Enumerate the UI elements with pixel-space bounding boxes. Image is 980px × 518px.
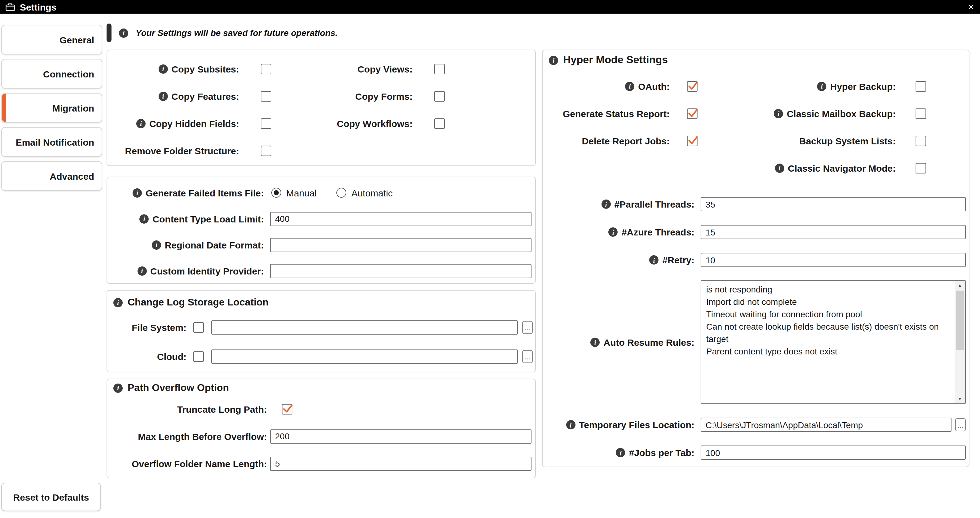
cloud-browse-button[interactable]: ... [522,350,533,363]
checkbox-copy-workflows[interactable] [434,118,445,129]
tab-email-notification[interactable]: Email Notification [1,127,102,157]
copy-workflows-label: Copy Workflows: [272,110,412,137]
checkbox-copy-hidden-fields[interactable] [261,118,271,129]
checkbox-copy-views[interactable] [434,64,445,74]
custom-identity-provider-input[interactable] [270,264,531,278]
info-icon[interactable]: i [152,240,161,249]
label-text: Classic Navigator Mode: [788,163,896,173]
info-icon[interactable]: i [137,266,146,276]
reset-defaults-button[interactable]: Reset to Defaults [1,483,101,511]
jobs-per-tab-input[interactable] [701,446,966,460]
retry-input[interactable] [701,253,966,267]
cloud-path-input[interactable] [211,349,518,364]
truncate-long-path-label: Truncate Long Path: [107,404,267,414]
retry-label: i #Retry: [542,255,694,265]
copy-features-label: i Copy Features: [107,83,239,110]
label-text: File System: [132,322,186,333]
group-title-text: Hyper Mode Settings [563,54,668,66]
info-icon[interactable]: i [132,188,142,198]
overflow-folder-name-length-input[interactable] [270,456,531,470]
checkbox-backup-system-lists[interactable] [916,135,926,146]
content-type-load-limit-input[interactable] [270,212,531,226]
checkbox-copy-forms[interactable] [434,91,445,101]
checkbox-hyper-backup[interactable] [916,81,926,91]
sidebar: General Connection Migration Email Notif… [1,25,102,191]
failed-items-mode-radios: Manual Automatic [271,187,393,198]
label-text: #Parallel Threads: [614,199,694,209]
hyper-mode-group: i Hyper Mode Settings i OAuth: i Hyper B… [542,49,969,467]
label-text: Regional Date Format: [165,239,264,250]
label-text: Copy Views: [358,64,412,74]
hyper-mode-title: i Hyper Mode Settings [542,54,969,66]
info-icon[interactable]: i [140,214,149,223]
file-system-browse-button[interactable]: ... [522,321,533,334]
backup-system-lists-label: Backup System Lists: [698,127,896,154]
checkbox-classic-mailbox-backup[interactable] [916,108,926,119]
tab-connection[interactable]: Connection [1,59,102,89]
info-icon[interactable]: i [136,119,146,128]
checkbox-delete-report-jobs[interactable] [687,135,697,146]
label-text: Copy Hidden Fields: [149,118,239,129]
info-icon[interactable]: i [616,448,625,457]
temporary-files-location-label: i Temporary Files Location: [542,419,694,430]
info-icon[interactable]: i [591,337,600,347]
info-icon[interactable]: i [817,81,826,91]
checkbox-truncate-long-path[interactable] [282,404,293,414]
checkbox-remove-folder-structure[interactable] [261,145,271,156]
scroll-down-icon[interactable]: ▼ [955,394,965,403]
label-text: Copy Forms: [355,91,412,101]
group-title-text: Path Overflow Option [127,382,229,394]
info-icon[interactable]: i [601,199,611,209]
label-text: #Azure Threads: [622,227,694,237]
info-icon[interactable]: i [159,91,168,101]
checkbox-classic-navigator-mode[interactable] [916,163,926,173]
info-icon[interactable]: i [566,420,575,429]
checkbox-copy-subsites[interactable] [261,64,271,74]
tab-advanced[interactable]: Advanced [1,161,102,191]
radio-manual[interactable] [271,188,281,198]
info-icon[interactable]: i [113,383,123,392]
path-overflow-title: i Path Overflow Option [107,379,535,394]
parallel-threads-input[interactable] [701,197,966,211]
regional-date-format-input[interactable] [270,237,531,252]
info-icon[interactable]: i [774,109,783,118]
label-text: Delete Report Jobs: [582,135,670,146]
checkbox-cloud[interactable] [193,351,204,362]
file-system-path-input[interactable] [211,320,518,335]
checkbox-file-system[interactable] [193,322,204,333]
info-icon[interactable]: i [625,81,634,91]
temporary-files-browse-button[interactable]: ... [955,418,966,431]
info-icon[interactable]: i [609,227,618,237]
info-icon[interactable]: i [159,64,168,73]
radio-automatic[interactable] [336,188,346,198]
copy-forms-label: Copy Forms: [272,83,412,110]
info-icon[interactable]: i [113,298,123,307]
azure-threads-label: i #Azure Threads: [542,227,694,237]
close-icon[interactable]: ✕ [967,3,974,11]
checkbox-oauth[interactable] [687,81,697,91]
info-icon[interactable]: i [775,163,784,172]
copy-subsites-label: i Copy Subsites: [107,55,239,83]
azure-threads-input[interactable] [701,225,966,239]
copy-options-group: i Copy Subsites: Copy Views: i Copy Feat… [107,49,536,166]
info-icon[interactable]: i [649,255,659,265]
scrollbar-thumb[interactable] [956,291,964,350]
checkbox-generate-status-report[interactable] [687,108,697,119]
oauth-label: i OAuth: [542,72,670,100]
textarea-scrollbar[interactable]: ▲ ▼ [955,281,965,403]
auto-resume-rules-label: i Auto Resume Rules: [542,337,694,347]
info-icon[interactable]: i [549,56,558,65]
generate-status-report-label: Generate Status Report: [542,100,670,127]
auto-resume-rules-textarea[interactable]: is not responding Import did not complet… [701,280,966,404]
tab-label: Advanced [50,171,94,181]
classic-mailbox-backup-label: i Classic Mailbox Backup: [698,100,896,127]
checkbox-copy-features[interactable] [261,91,271,101]
info-icon[interactable]: i [119,28,128,37]
tab-migration[interactable]: Migration [1,93,102,123]
temporary-files-location-input[interactable] [701,418,951,432]
label-text: Classic Mailbox Backup: [787,108,896,119]
tab-general[interactable]: General [1,25,102,54]
label-text: Remove Folder Structure: [125,145,239,156]
max-length-before-overflow-input[interactable] [270,429,531,443]
scroll-up-icon[interactable]: ▲ [955,281,965,290]
